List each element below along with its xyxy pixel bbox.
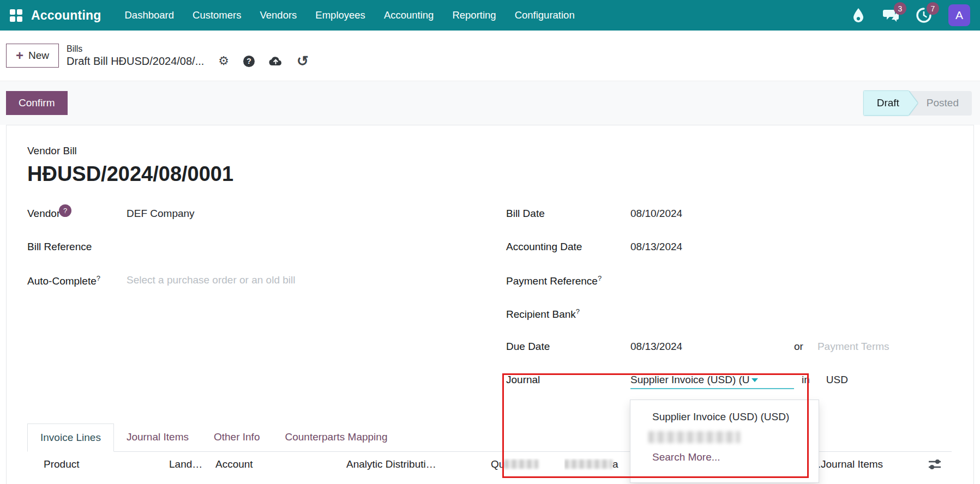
censored-blur — [504, 459, 538, 469]
nav-item-accounting[interactable]: Accounting — [375, 9, 443, 21]
payment-reference-label: Payment Reference? — [506, 274, 630, 287]
journal-dropdown-menu: Supplier Invoice (USD) (USD) Search More… — [630, 400, 819, 483]
help-icon[interactable]: ? — [243, 56, 255, 67]
bill-date-input[interactable]: 08/10/2024 — [630, 208, 682, 220]
top-nav-bar: Accounting Dashboard Customers Vendors E… — [0, 0, 980, 31]
tab-invoice-lines[interactable]: Invoice Lines — [27, 424, 114, 452]
auto-complete-label: Auto-Complete? — [27, 274, 127, 287]
auto-complete-input[interactable]: Select a purchase order or an old bill — [127, 274, 295, 286]
nav-item-employees[interactable]: Employees — [306, 9, 375, 21]
or-label: or — [794, 341, 803, 353]
stage-posted[interactable]: Posted — [918, 91, 972, 116]
chevron-down-icon[interactable] — [751, 378, 758, 382]
nav-item-reporting[interactable]: Reporting — [443, 9, 505, 21]
nav-item-vendors[interactable]: Vendors — [250, 9, 306, 21]
vendor-value[interactable]: DEF Company — [127, 208, 195, 220]
column-header-analytic-distribution[interactable]: Analytic Distributi… — [346, 458, 491, 470]
document-type-label: Vendor Bill — [27, 145, 952, 157]
control-panel: + New Bills Draft Bill HĐUSD/2024/08/...… — [0, 31, 980, 81]
vendor-help-icon[interactable]: ? — [59, 204, 71, 217]
new-button[interactable]: + New — [6, 44, 59, 68]
gear-icon[interactable]: ⚙ — [218, 55, 229, 67]
recipient-bank-label: Recipient Bank? — [506, 307, 630, 320]
breadcrumb: Bills Draft Bill HĐUSD/2024/08/... ⚙ ? ↺ — [67, 44, 309, 68]
undo-discard-icon[interactable]: ↺ — [297, 55, 309, 67]
column-header-product[interactable]: Product — [44, 458, 169, 470]
column-header-account[interactable]: Account — [215, 458, 346, 470]
stage-draft[interactable]: Draft — [864, 91, 918, 116]
nav-item-configuration[interactable]: Configuration — [506, 9, 584, 21]
nav-item-dashboard[interactable]: Dashboard — [116, 9, 184, 21]
column-header-journal-items[interactable]: Journal Items — [821, 458, 883, 470]
tab-counterparts-mapping[interactable]: Counterparts Mapping — [272, 424, 400, 451]
confirm-button[interactable]: Confirm — [6, 91, 68, 115]
messages-badge: 3 — [894, 2, 906, 15]
currency-value[interactable]: USD — [826, 374, 848, 386]
dropdown-search-more[interactable]: Search More... — [630, 447, 819, 468]
column-header-censored[interactable]: a — [564, 458, 630, 470]
droplet-icon[interactable] — [850, 7, 867, 23]
stage-widget: Draft Posted — [864, 91, 972, 116]
dropdown-option-censored[interactable] — [648, 431, 740, 443]
accounting-date-label: Accounting Date — [506, 241, 630, 253]
censored-blur — [564, 459, 612, 469]
optional-columns-sliders-icon[interactable] — [928, 457, 942, 471]
bill-reference-label: Bill Reference — [27, 241, 127, 253]
accounting-date-input[interactable]: 08/13/2024 — [630, 241, 682, 253]
journal-input[interactable]: Supplier Invoice (USD) (U — [630, 374, 794, 389]
tab-journal-items[interactable]: Journal Items — [114, 424, 201, 451]
user-avatar[interactable]: A — [948, 4, 970, 26]
journal-label: Journal — [506, 374, 630, 386]
bill-date-label: Bill Date — [506, 208, 630, 220]
tab-other-info[interactable]: Other Info — [201, 424, 273, 451]
in-label: in — [802, 374, 810, 386]
activities-badge: 7 — [927, 2, 939, 15]
status-bar: Confirm Draft Posted — [0, 81, 980, 125]
breadcrumb-bills[interactable]: Bills — [67, 44, 309, 54]
cloud-save-icon[interactable] — [269, 56, 282, 66]
bill-number-title: HĐUSD/2024/08/0001 — [27, 162, 952, 186]
vendor-label: Vendor? — [27, 208, 127, 221]
column-header-quantity-censored[interactable]: Qu — [491, 458, 564, 470]
nav-item-customers[interactable]: Customers — [183, 9, 250, 21]
activities-clock-icon[interactable]: 7 — [916, 7, 932, 23]
messages-icon[interactable]: 3 — [883, 7, 899, 23]
due-date-input[interactable]: 08/13/2024 — [630, 341, 794, 353]
apps-menu-icon[interactable] — [10, 9, 22, 22]
dropdown-option-supplier-invoice-usd[interactable]: Supplier Invoice (USD) (USD) — [630, 407, 819, 427]
plus-icon: + — [16, 51, 23, 60]
due-date-label: Due Date — [506, 341, 630, 353]
column-header-landed-costs[interactable]: Land… — [169, 458, 215, 470]
payment-terms-input[interactable]: Payment Terms — [817, 341, 889, 353]
breadcrumb-current: Draft Bill HĐUSD/2024/08/... — [67, 55, 204, 68]
app-name[interactable]: Accounting — [31, 8, 101, 23]
new-button-label: New — [28, 50, 49, 62]
bill-form-sheet: Vendor Bill HĐUSD/2024/08/0001 Vendor? D… — [6, 125, 974, 484]
